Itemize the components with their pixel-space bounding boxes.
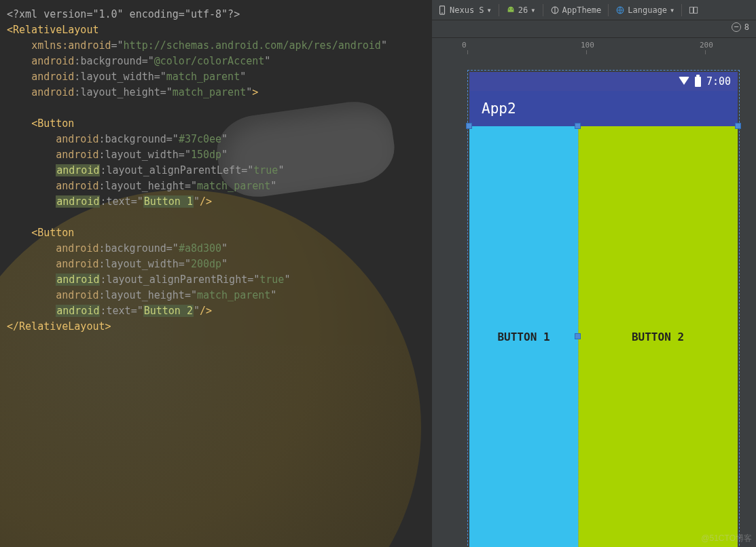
layout-designer-pane: Nexus S ▾ 26 ▾ AppTheme Language ▾ − 8 xyxy=(432,0,756,547)
ruler-horizontal: 0 100 200 xyxy=(461,38,756,54)
battery-icon xyxy=(695,77,701,87)
preview-button-1[interactable]: BUTTON 1 xyxy=(469,126,578,547)
svg-point-3 xyxy=(511,8,512,9)
xml-source[interactable]: <?xml version="1.0" encoding="utf-8"?> <… xyxy=(0,0,432,344)
design-canvas[interactable]: 0 100 200 7:00 App2 BUTTON 1 BUTTON 2 xyxy=(432,38,756,547)
zoom-value: 8 xyxy=(744,22,749,32)
preview-button-2[interactable]: BUTTON 2 xyxy=(578,126,738,547)
device-label: Nexus S xyxy=(450,5,484,15)
chevron-down-icon: ▾ xyxy=(487,5,492,15)
minus-icon: − xyxy=(732,22,741,32)
language-label: Language xyxy=(628,5,667,15)
status-clock: 7:00 xyxy=(706,75,731,88)
api-label: 26 xyxy=(518,5,528,15)
chevron-down-icon: ▾ xyxy=(530,5,535,15)
zoom-out-button[interactable]: − 8 xyxy=(732,22,749,32)
viewport-mode[interactable] xyxy=(689,5,698,15)
chevron-down-icon: ▾ xyxy=(670,5,674,15)
designer-toolbar: Nexus S ▾ 26 ▾ AppTheme Language ▾ xyxy=(432,0,756,20)
resize-handle[interactable] xyxy=(575,333,581,339)
device-frame[interactable]: 7:00 App2 BUTTON 1 BUTTON 2 xyxy=(469,72,738,547)
language-selector[interactable]: Language ▾ xyxy=(615,5,674,15)
watermark: @51CTO博客 xyxy=(701,533,752,544)
status-bar: 7:00 xyxy=(469,72,738,91)
resize-handle[interactable] xyxy=(575,123,581,129)
app-bar: App2 xyxy=(469,91,738,126)
app-title: App2 xyxy=(482,100,516,117)
theme-icon xyxy=(550,5,560,15)
svg-rect-6 xyxy=(690,7,694,13)
api-selector[interactable]: 26 ▾ xyxy=(506,5,536,15)
wifi-icon xyxy=(679,77,689,85)
layout-body: BUTTON 1 BUTTON 2 xyxy=(469,126,738,547)
resize-handle[interactable] xyxy=(735,123,741,129)
resize-handle[interactable] xyxy=(466,123,472,129)
theme-selector[interactable]: AppTheme xyxy=(550,5,602,15)
device-selector[interactable]: Nexus S ▾ xyxy=(437,5,492,15)
zoom-bar: − 8 xyxy=(432,20,756,38)
button2-label: BUTTON 2 xyxy=(632,331,684,343)
xml-declaration: <?xml version="1.0" encoding="utf-8"?> xyxy=(7,8,240,20)
layout-icon xyxy=(689,5,698,15)
theme-label: AppTheme xyxy=(562,5,602,15)
android-icon xyxy=(506,5,516,15)
svg-point-2 xyxy=(509,8,509,9)
globe-icon xyxy=(615,5,625,15)
button1-label: BUTTON 1 xyxy=(497,331,550,343)
svg-rect-1 xyxy=(442,12,444,13)
svg-rect-7 xyxy=(694,7,698,13)
phone-icon xyxy=(437,5,447,15)
xml-editor-pane[interactable]: <?xml version="1.0" encoding="utf-8"?> <… xyxy=(0,0,432,547)
